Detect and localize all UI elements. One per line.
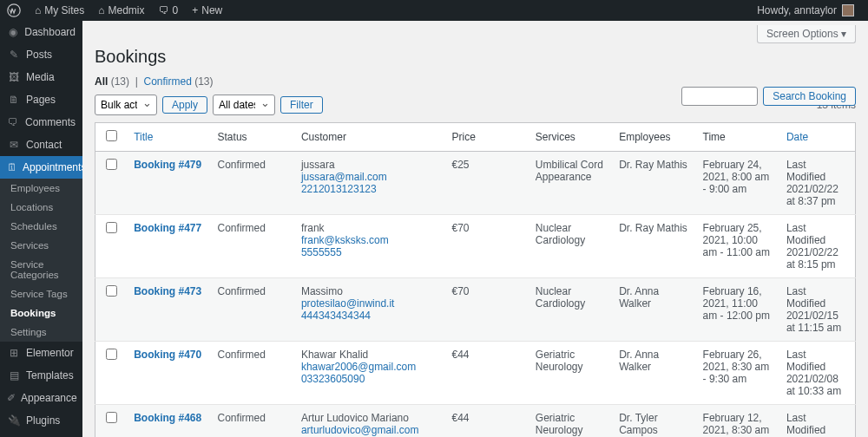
customer-cell: frankfrank@ksksks.com5555555 <box>294 215 445 278</box>
price-cell: €25 <box>444 152 528 215</box>
menu-appearance[interactable]: ✐Appearance <box>0 387 82 409</box>
submenu-settings[interactable]: Settings <box>0 323 82 342</box>
booking-link[interactable]: Booking #477 <box>134 222 201 234</box>
select-all-checkbox[interactable] <box>106 130 117 141</box>
row-checkbox[interactable] <box>106 159 117 170</box>
booking-link[interactable]: Booking #473 <box>134 285 201 297</box>
customer-email[interactable]: frank@ksksks.com <box>301 234 438 246</box>
wp-logo[interactable] <box>0 0 28 21</box>
row-checkbox[interactable] <box>106 285 117 297</box>
date-cell: Last Modified2021/02/22 at 8:37 pm <box>779 152 856 215</box>
col-employees: Employees <box>612 123 695 152</box>
dates-select[interactable]: All dates <box>213 95 275 115</box>
submenu-appointments: Employees Locations Schedules Services S… <box>0 179 82 342</box>
service-cell: Geriatric Neurology <box>529 405 612 438</box>
table-row: Booking #468ConfirmedArtur Ludovico Mari… <box>95 405 856 438</box>
customer-phone[interactable]: 2212013123123 <box>301 183 438 195</box>
customer-phone[interactable]: 444343434344 <box>301 310 438 322</box>
booking-link[interactable]: Booking #468 <box>134 412 201 424</box>
avatar <box>842 4 854 16</box>
employee-cell: Dr. Tyler Campos <box>612 405 695 438</box>
new-content-link[interactable]: +New <box>185 0 229 21</box>
submenu-bookings[interactable]: Bookings <box>0 303 82 323</box>
filter-all[interactable]: All <box>95 75 108 88</box>
submenu-service-tags[interactable]: Service Tags <box>0 284 82 303</box>
row-checkbox[interactable] <box>106 222 117 233</box>
account-link[interactable]: Howdy, anntaylor <box>750 0 861 21</box>
table-row: Booking #470ConfirmedKhawar Khalidkhawar… <box>95 342 856 405</box>
menu-comments[interactable]: 🗨Comments <box>0 111 82 134</box>
service-cell: Umbilical Cord Appearance <box>529 152 612 215</box>
menu-templates[interactable]: ▤Templates <box>0 364 82 387</box>
status-filters: All (13) | Confirmed (13) <box>95 75 856 88</box>
submenu-schedules[interactable]: Schedules <box>0 217 82 236</box>
service-cell: Geriatric Neurology <box>529 342 612 405</box>
employee-cell: Dr. Anna Walker <box>612 342 695 405</box>
service-cell: Nuclear Cardiology <box>529 278 612 342</box>
customer-email[interactable]: khawar2006@gmail.com <box>301 361 438 373</box>
menu-plugins[interactable]: 🔌Plugins <box>0 409 82 432</box>
row-checkbox[interactable] <box>106 349 117 360</box>
date-cell: Last Modified2021/02/08 at 10:33 am <box>779 342 856 405</box>
submenu-employees[interactable]: Employees <box>0 179 82 198</box>
customer-email[interactable]: arturludovico@gmail.com <box>301 424 438 436</box>
customer-cell: Massimoprotesilao@inwind.it444343434344 <box>294 278 445 342</box>
filter-confirmed[interactable]: Confirmed <box>143 75 191 88</box>
apply-button[interactable]: Apply <box>162 96 207 114</box>
customer-email[interactable]: protesilao@inwind.it <box>301 297 438 310</box>
price-cell: €70 <box>444 215 528 278</box>
service-cell: Nuclear Cardiology <box>529 215 612 278</box>
customer-phone[interactable]: 03323605090 <box>301 373 438 385</box>
status-cell: Confirmed <box>211 342 294 405</box>
filter-button[interactable]: Filter <box>280 96 323 114</box>
row-checkbox[interactable] <box>106 412 117 423</box>
col-title[interactable]: Title <box>127 123 210 152</box>
submenu-services[interactable]: Services <box>0 236 82 255</box>
col-status: Status <box>211 123 294 152</box>
comments-link[interactable]: 🗨0 <box>152 0 186 21</box>
page-title: Bookings <box>95 47 856 67</box>
time-cell: February 24, 2021, 8:00 am - 9:00 am <box>696 152 779 215</box>
menu-elementor[interactable]: ⊞Elementor <box>0 342 82 364</box>
date-cell: Last Modified2021/02/22 at 8:15 pm <box>779 215 856 278</box>
customer-phone[interactable]: 5555555 <box>301 246 438 258</box>
employee-cell: Dr. Ray Mathis <box>612 215 695 278</box>
svg-point-0 <box>8 4 20 16</box>
menu-posts[interactable]: ✎Posts <box>0 43 82 66</box>
submenu-locations[interactable]: Locations <box>0 198 82 217</box>
menu-media[interactable]: 🖾Media <box>0 66 82 88</box>
site-name-link[interactable]: ⌂Medmix <box>91 0 151 21</box>
table-row: Booking #479Confirmedjussarajussara@mail… <box>95 152 856 215</box>
time-cell: February 12, 2021, 8:30 am - 9:30 am <box>696 405 779 438</box>
col-services: Services <box>529 123 612 152</box>
bulk-actions-select[interactable]: Bulk actions <box>95 95 157 115</box>
status-cell: Confirmed <box>211 215 294 278</box>
screen-options-toggle[interactable]: Screen Options ▾ <box>757 25 856 43</box>
menu-dashboard[interactable]: ◉Dashboard <box>0 21 82 43</box>
submenu-service-categories[interactable]: Service Categories <box>0 255 82 284</box>
menu-pages[interactable]: 🗎Pages <box>0 88 82 111</box>
my-sites-link[interactable]: ⌂My Sites <box>28 0 91 21</box>
menu-contact[interactable]: ✉Contact <box>0 134 82 156</box>
booking-link[interactable]: Booking #479 <box>134 159 201 171</box>
col-date[interactable]: Date <box>779 123 856 152</box>
status-cell: Confirmed <box>211 405 294 438</box>
time-cell: February 16, 2021, 11:00 am - 12:00 pm <box>696 278 779 342</box>
time-cell: February 26, 2021, 8:30 am - 9:30 am <box>696 342 779 405</box>
employee-cell: Dr. Ray Mathis <box>612 152 695 215</box>
bookings-table: Title Status Customer Price Services Emp… <box>95 122 856 437</box>
booking-link[interactable]: Booking #470 <box>134 349 201 361</box>
customer-email[interactable]: jussara@mail.com <box>301 171 438 183</box>
menu-users[interactable]: 👤Users <box>0 432 82 437</box>
customer-cell: jussarajussara@mail.com2212013123123 <box>294 152 445 215</box>
price-cell: €44 <box>444 405 528 438</box>
col-time: Time <box>696 123 779 152</box>
col-customer: Customer <box>294 123 445 152</box>
search-input[interactable] <box>681 87 758 106</box>
price-cell: €44 <box>444 342 528 405</box>
admin-menu: ◉Dashboard ✎Posts 🖾Media 🗎Pages 🗨Comment… <box>0 21 82 437</box>
search-button[interactable]: Search Booking <box>763 87 856 106</box>
menu-appointments[interactable]: 🗓Appointments <box>0 156 82 179</box>
col-price: Price <box>444 123 528 152</box>
status-cell: Confirmed <box>211 152 294 215</box>
